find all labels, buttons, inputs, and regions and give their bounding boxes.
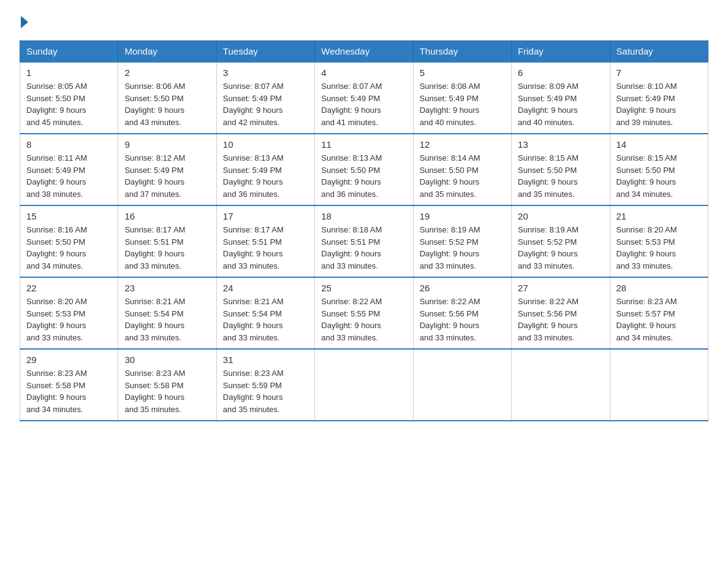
day-number: 24: [223, 283, 308, 293]
calendar-week-row: 15Sunrise: 8:16 AMSunset: 5:50 PMDayligh…: [20, 205, 708, 277]
calendar-cell: 29Sunrise: 8:23 AMSunset: 5:58 PMDayligh…: [20, 349, 118, 421]
day-number: 16: [124, 211, 210, 221]
day-info: Sunrise: 8:23 AMSunset: 5:58 PMDaylight:…: [124, 367, 210, 415]
day-info: Sunrise: 8:21 AMSunset: 5:54 PMDaylight:…: [124, 296, 210, 343]
col-header-tuesday: Tuesday: [216, 41, 314, 63]
day-number: 18: [321, 211, 406, 221]
day-info: Sunrise: 8:23 AMSunset: 5:59 PMDaylight:…: [223, 367, 308, 415]
day-info: Sunrise: 8:21 AMSunset: 5:54 PMDaylight:…: [223, 296, 308, 343]
calendar-cell: 22Sunrise: 8:20 AMSunset: 5:53 PMDayligh…: [20, 277, 118, 349]
day-number: 26: [420, 283, 505, 293]
day-number: 30: [124, 354, 210, 365]
calendar-week-row: 22Sunrise: 8:20 AMSunset: 5:53 PMDayligh…: [20, 277, 708, 349]
calendar-cell: 21Sunrise: 8:20 AMSunset: 5:53 PMDayligh…: [610, 205, 708, 277]
day-number: 6: [518, 67, 603, 78]
calendar-week-row: 8Sunrise: 8:11 AMSunset: 5:49 PMDaylight…: [20, 134, 708, 205]
day-info: Sunrise: 8:20 AMSunset: 5:53 PMDaylight:…: [616, 224, 702, 272]
day-info: Sunrise: 8:06 AMSunset: 5:50 PMDaylight:…: [124, 80, 210, 128]
calendar-cell: [512, 349, 610, 421]
calendar-cell: 24Sunrise: 8:21 AMSunset: 5:54 PMDayligh…: [216, 277, 314, 349]
day-info: Sunrise: 8:11 AMSunset: 5:49 PMDaylight:…: [26, 152, 112, 200]
calendar-week-row: 1Sunrise: 8:05 AMSunset: 5:50 PMDaylight…: [20, 62, 708, 134]
page-header: [20, 15, 708, 28]
calendar-cell: [413, 349, 511, 421]
day-number: 31: [223, 354, 308, 365]
calendar-cell: 15Sunrise: 8:16 AMSunset: 5:50 PMDayligh…: [20, 205, 118, 277]
calendar-cell: 28Sunrise: 8:23 AMSunset: 5:57 PMDayligh…: [610, 277, 708, 349]
day-info: Sunrise: 8:07 AMSunset: 5:49 PMDaylight:…: [223, 80, 308, 128]
calendar-cell: 2Sunrise: 8:06 AMSunset: 5:50 PMDaylight…: [118, 62, 216, 134]
logo-arrow-icon: [21, 16, 28, 28]
day-number: 5: [420, 67, 505, 78]
day-info: Sunrise: 8:15 AMSunset: 5:50 PMDaylight:…: [616, 152, 702, 200]
day-number: 10: [223, 139, 308, 150]
day-info: Sunrise: 8:07 AMSunset: 5:49 PMDaylight:…: [321, 80, 406, 128]
col-header-friday: Friday: [512, 41, 610, 63]
calendar-cell: 25Sunrise: 8:22 AMSunset: 5:55 PMDayligh…: [315, 277, 413, 349]
day-number: 4: [321, 67, 406, 78]
day-number: 2: [124, 67, 210, 78]
day-info: Sunrise: 8:14 AMSunset: 5:50 PMDaylight:…: [420, 152, 505, 200]
calendar-cell: 18Sunrise: 8:18 AMSunset: 5:51 PMDayligh…: [315, 205, 413, 277]
day-info: Sunrise: 8:05 AMSunset: 5:50 PMDaylight:…: [26, 80, 112, 128]
day-number: 19: [420, 211, 505, 221]
calendar-cell: 31Sunrise: 8:23 AMSunset: 5:59 PMDayligh…: [216, 349, 314, 421]
day-info: Sunrise: 8:17 AMSunset: 5:51 PMDaylight:…: [223, 224, 308, 272]
day-number: 7: [616, 67, 702, 78]
day-number: 11: [321, 139, 406, 150]
calendar-cell: 1Sunrise: 8:05 AMSunset: 5:50 PMDaylight…: [20, 62, 118, 134]
day-info: Sunrise: 8:17 AMSunset: 5:51 PMDaylight:…: [124, 224, 210, 272]
calendar-cell: [315, 349, 413, 421]
calendar-cell: 3Sunrise: 8:07 AMSunset: 5:49 PMDaylight…: [216, 62, 314, 134]
calendar-week-row: 29Sunrise: 8:23 AMSunset: 5:58 PMDayligh…: [20, 349, 708, 421]
day-info: Sunrise: 8:13 AMSunset: 5:49 PMDaylight:…: [223, 152, 308, 200]
day-number: 14: [616, 139, 702, 150]
calendar-cell: 27Sunrise: 8:22 AMSunset: 5:56 PMDayligh…: [512, 277, 610, 349]
calendar-cell: 7Sunrise: 8:10 AMSunset: 5:49 PMDaylight…: [610, 62, 708, 134]
calendar-cell: [610, 349, 708, 421]
day-info: Sunrise: 8:08 AMSunset: 5:49 PMDaylight:…: [420, 80, 505, 128]
day-number: 28: [616, 283, 702, 293]
day-info: Sunrise: 8:19 AMSunset: 5:52 PMDaylight:…: [518, 224, 603, 272]
col-header-saturday: Saturday: [610, 41, 708, 63]
day-info: Sunrise: 8:23 AMSunset: 5:57 PMDaylight:…: [616, 296, 702, 343]
day-info: Sunrise: 8:15 AMSunset: 5:50 PMDaylight:…: [518, 152, 603, 200]
calendar-cell: 26Sunrise: 8:22 AMSunset: 5:56 PMDayligh…: [413, 277, 511, 349]
day-info: Sunrise: 8:12 AMSunset: 5:49 PMDaylight:…: [124, 152, 210, 200]
calendar-cell: 10Sunrise: 8:13 AMSunset: 5:49 PMDayligh…: [216, 134, 314, 205]
day-info: Sunrise: 8:20 AMSunset: 5:53 PMDaylight:…: [26, 296, 112, 343]
day-number: 29: [26, 354, 112, 365]
day-number: 21: [616, 211, 702, 221]
calendar-cell: 14Sunrise: 8:15 AMSunset: 5:50 PMDayligh…: [610, 134, 708, 205]
day-number: 22: [26, 283, 112, 293]
day-info: Sunrise: 8:22 AMSunset: 5:55 PMDaylight:…: [321, 296, 406, 343]
calendar-cell: 30Sunrise: 8:23 AMSunset: 5:58 PMDayligh…: [118, 349, 216, 421]
calendar-cell: 17Sunrise: 8:17 AMSunset: 5:51 PMDayligh…: [216, 205, 314, 277]
day-info: Sunrise: 8:19 AMSunset: 5:52 PMDaylight:…: [420, 224, 505, 272]
calendar-cell: 4Sunrise: 8:07 AMSunset: 5:49 PMDaylight…: [315, 62, 413, 134]
day-number: 3: [223, 67, 308, 78]
calendar-cell: 23Sunrise: 8:21 AMSunset: 5:54 PMDayligh…: [118, 277, 216, 349]
day-info: Sunrise: 8:16 AMSunset: 5:50 PMDaylight:…: [26, 224, 112, 272]
calendar-cell: 11Sunrise: 8:13 AMSunset: 5:50 PMDayligh…: [315, 134, 413, 205]
day-number: 25: [321, 283, 406, 293]
calendar-cell: 12Sunrise: 8:14 AMSunset: 5:50 PMDayligh…: [413, 134, 511, 205]
day-number: 12: [420, 139, 505, 150]
day-info: Sunrise: 8:13 AMSunset: 5:50 PMDaylight:…: [321, 152, 406, 200]
col-header-monday: Monday: [118, 41, 216, 63]
calendar-cell: 6Sunrise: 8:09 AMSunset: 5:49 PMDaylight…: [512, 62, 610, 134]
calendar-cell: 9Sunrise: 8:12 AMSunset: 5:49 PMDaylight…: [118, 134, 216, 205]
day-number: 1: [26, 67, 112, 78]
day-number: 13: [518, 139, 603, 150]
col-header-wednesday: Wednesday: [315, 41, 413, 63]
day-info: Sunrise: 8:18 AMSunset: 5:51 PMDaylight:…: [321, 224, 406, 272]
day-number: 27: [518, 283, 603, 293]
logo: [20, 15, 28, 28]
calendar-cell: 16Sunrise: 8:17 AMSunset: 5:51 PMDayligh…: [118, 205, 216, 277]
calendar-cell: 13Sunrise: 8:15 AMSunset: 5:50 PMDayligh…: [512, 134, 610, 205]
calendar-cell: 8Sunrise: 8:11 AMSunset: 5:49 PMDaylight…: [20, 134, 118, 205]
day-number: 15: [26, 211, 112, 221]
col-header-sunday: Sunday: [20, 41, 118, 63]
day-info: Sunrise: 8:23 AMSunset: 5:58 PMDaylight:…: [26, 367, 112, 415]
calendar-cell: 20Sunrise: 8:19 AMSunset: 5:52 PMDayligh…: [512, 205, 610, 277]
